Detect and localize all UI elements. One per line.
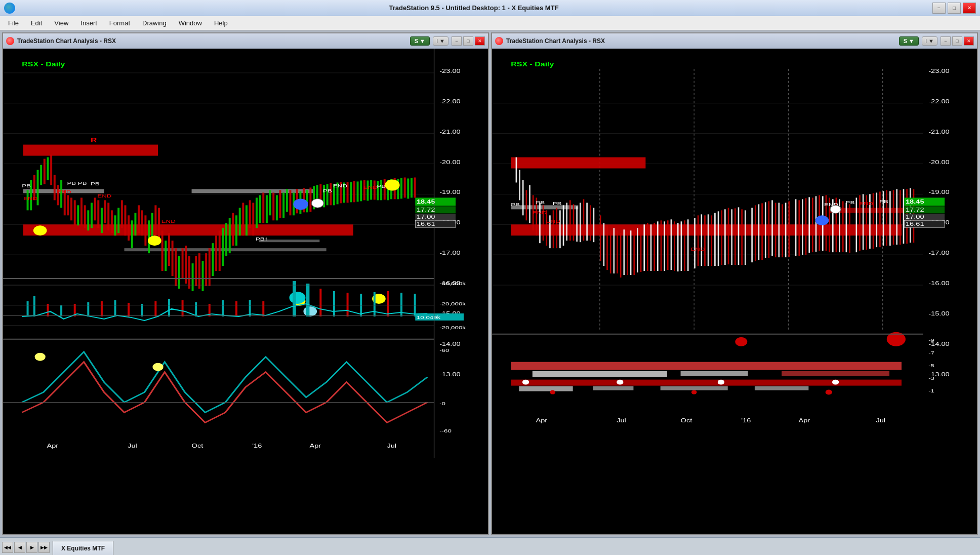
svg-rect-305	[684, 220, 685, 271]
svg-rect-54	[87, 210, 89, 230]
svg-rect-80	[175, 248, 177, 286]
svg-rect-109	[272, 192, 274, 220]
svg-text:18.45: 18.45	[417, 199, 435, 205]
svg-rect-59	[104, 200, 106, 223]
svg-text:Apr: Apr	[536, 417, 548, 424]
svg-text:-19.00: -19.00	[439, 189, 460, 195]
svg-point-166	[148, 235, 161, 246]
svg-text:-20,000k: -20,000k	[439, 301, 466, 306]
chart-minimize-left[interactable]: −	[452, 36, 462, 46]
svg-rect-256	[516, 157, 517, 183]
tab-x-equities-mtf[interactable]: X Equities MTF	[53, 541, 113, 555]
menu-format[interactable]: Format	[103, 17, 136, 29]
svg-text:-20.00: -20.00	[928, 158, 949, 165]
svg-rect-71	[144, 215, 146, 246]
svg-text:17.00: 17.00	[906, 214, 924, 220]
chart-maximize-right[interactable]: □	[952, 36, 962, 46]
svg-rect-101	[246, 205, 248, 235]
svg-rect-352	[856, 197, 858, 252]
svg-rect-191	[235, 301, 237, 316]
svg-rect-409	[755, 386, 808, 390]
svg-point-394	[735, 337, 747, 346]
svg-rect-281	[603, 223, 605, 266]
svg-rect-268	[556, 208, 557, 248]
chart-win-controls-right: − □ ✕	[941, 36, 974, 46]
svg-rect-276	[583, 199, 585, 241]
svg-rect-63	[117, 208, 119, 233]
svg-rect-340	[812, 197, 813, 252]
chart-maximize-left[interactable]: □	[463, 36, 473, 46]
svg-point-415	[691, 390, 697, 394]
svg-text:-7: -7	[928, 349, 934, 355]
svg-text:-3: -3	[928, 375, 934, 380]
svg-rect-60	[107, 203, 109, 230]
chart-window-right: TradeStation Chart Analysis - RSX S ▼ I …	[491, 32, 978, 535]
svg-point-414	[550, 390, 555, 394]
svg-text:-20,000k: -20,000k	[439, 325, 466, 330]
chart-minimize-right[interactable]: −	[941, 36, 951, 46]
menu-drawing[interactable]: Drawing	[136, 17, 173, 29]
svg-text:END: END	[691, 246, 705, 252]
chart-close-right[interactable]: ✕	[964, 36, 974, 46]
svg-text:-22.00: -22.00	[928, 98, 949, 105]
chart-body-right[interactable]: RSX - Daily -23.00 -22.00 -21.00 -20.00 …	[492, 49, 977, 534]
svg-rect-318	[731, 209, 732, 265]
chart-body-left[interactable]: -23.00 -22.00 -21.00 -20.00 -19.00 -18.0…	[3, 49, 488, 534]
minimize-button[interactable]: −	[932, 3, 946, 14]
svg-text:18.45: 18.45	[906, 199, 924, 205]
svg-rect-65	[125, 205, 127, 235]
svg-rect-69	[138, 205, 140, 233]
svg-text:END: END	[23, 195, 37, 201]
svg-rect-203	[414, 294, 416, 316]
svg-rect-149	[407, 178, 409, 199]
svg-rect-298	[661, 220, 662, 271]
chart-s-button-left[interactable]: S ▼	[410, 36, 430, 46]
svg-text:-13.00: -13.00	[439, 371, 460, 377]
menu-insert[interactable]: Insert	[74, 17, 103, 29]
nav-next-button[interactable]: ▶	[26, 542, 37, 553]
svg-rect-321	[741, 209, 743, 265]
svg-point-168	[385, 179, 399, 190]
svg-rect-280	[600, 215, 601, 261]
svg-rect-193	[262, 301, 264, 316]
menu-edit[interactable]: Edit	[25, 17, 48, 29]
nav-first-button[interactable]: ◀◀	[2, 542, 13, 553]
svg-rect-97	[232, 213, 234, 246]
svg-rect-303	[677, 223, 679, 271]
svg-rect-183	[128, 303, 130, 316]
svg-rect-198	[347, 293, 349, 316]
chart-close-left[interactable]: ✕	[475, 36, 485, 46]
svg-point-412	[718, 380, 724, 385]
svg-text:PB: PB	[22, 183, 31, 188]
svg-rect-68	[134, 213, 136, 235]
chart-s-button-right[interactable]: S ▼	[899, 36, 919, 46]
svg-rect-259	[526, 190, 527, 220]
svg-rect-49	[70, 197, 72, 220]
svg-rect-91	[212, 243, 214, 276]
close-button[interactable]: ✕	[963, 3, 976, 14]
nav-prev-button[interactable]: ◀	[14, 542, 25, 553]
bottom-bar: ◀◀ ◀ ▶ ▶▶ X Equities MTF	[0, 537, 980, 555]
menu-view[interactable]: View	[48, 17, 74, 29]
svg-text:Jul: Jul	[876, 417, 885, 424]
svg-text:END: END	[333, 183, 347, 188]
menu-window[interactable]: Window	[173, 17, 208, 29]
svg-rect-313	[714, 213, 716, 266]
svg-rect-363	[893, 190, 894, 245]
maximize-button[interactable]: □	[948, 3, 961, 14]
chart-i-button-left[interactable]: I ▼	[433, 36, 448, 46]
svg-rect-407	[593, 386, 634, 390]
svg-rect-90	[209, 248, 211, 286]
svg-point-218	[35, 353, 46, 361]
menu-file[interactable]: File	[2, 17, 25, 29]
svg-rect-142	[384, 179, 386, 200]
menu-help[interactable]: Help	[208, 17, 234, 29]
svg-rect-195	[306, 284, 310, 316]
svg-rect-84	[188, 256, 190, 289]
chart-i-button-right[interactable]: I ▼	[922, 36, 937, 46]
svg-point-411	[617, 380, 623, 385]
svg-rect-282	[606, 225, 608, 270]
svg-text:PB↑: PB↑	[256, 236, 268, 242]
nav-last-button[interactable]: ▶▶	[38, 542, 50, 553]
svg-text:END: END	[97, 193, 111, 199]
